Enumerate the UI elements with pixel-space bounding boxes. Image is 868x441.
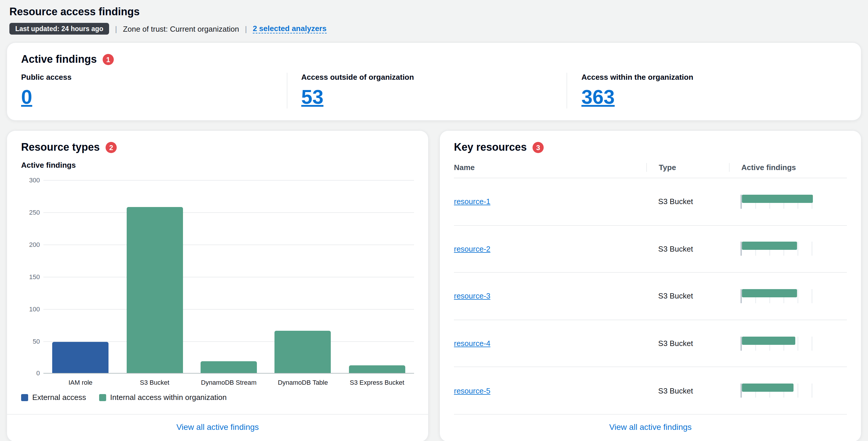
metric-label: Public access	[21, 73, 272, 82]
table-row: resource-3 S3 Bucket	[454, 273, 847, 320]
column-header-type: Type	[647, 163, 729, 172]
metric-label: Access outside of organization	[301, 73, 553, 82]
table-row: resource-2 S3 Bucket	[454, 225, 847, 273]
resource-types-title-row: Resource types 2	[21, 141, 414, 154]
resource-type: S3 Bucket	[647, 386, 729, 395]
active-findings-title: Active findings	[21, 53, 97, 66]
x-axis-label: IAM role	[43, 379, 118, 386]
chart-subtitle: Active findings	[21, 161, 414, 169]
legend-item-external-access: External access	[21, 393, 86, 402]
key-resources-table: Name Type Active findings resource-1 S3 …	[454, 163, 847, 415]
access-outside-org-count-link[interactable]: 53	[301, 85, 323, 108]
selected-analyzers-link[interactable]: 2 selected analyzers	[253, 24, 327, 33]
annotation-badge-3: 3	[532, 142, 544, 153]
resource-access-findings-page: Resource access findings Last updated: 2…	[0, 0, 868, 441]
x-axis-label: DynamoDB Table	[266, 379, 340, 386]
bar-chart-plot: 300 250 200 150 100 50 0	[43, 180, 414, 374]
y-axis-tick: 250	[18, 209, 40, 216]
metric-public-access: Public access 0	[21, 73, 286, 108]
resource-link[interactable]: resource-4	[454, 339, 490, 348]
legend-item-internal-access: Internal access within organization	[99, 393, 227, 402]
header-meta: Last updated: 24 hours ago | Zone of tru…	[9, 23, 859, 35]
chart-legend: External access Internal access within o…	[21, 393, 414, 402]
y-axis-tick: 50	[18, 338, 40, 345]
page-header: Resource access findings Last updated: 2…	[0, 0, 868, 35]
key-resources-title-row: Key resources 3	[454, 141, 847, 154]
active-findings-title-row: Active findings 1	[21, 53, 847, 66]
resource-link[interactable]: resource-5	[454, 386, 490, 395]
metric-access-within-org: Access within the organization 363	[567, 73, 847, 108]
legend-label: Internal access within organization	[110, 393, 227, 402]
table-row: resource-4 S3 Bucket	[454, 320, 847, 368]
active-findings-mini-chart	[741, 289, 812, 303]
metric-access-outside-org: Access outside of organization 53	[286, 73, 566, 108]
table-row: resource-1 S3 Bucket	[454, 178, 847, 225]
table-row: resource-5 S3 Bucket	[454, 368, 847, 415]
access-within-org-count-link[interactable]: 363	[582, 85, 615, 108]
x-axis-labels: IAM role S3 Bucket DynamoDB Stream Dynam…	[43, 374, 414, 386]
resource-types-card: Resource types 2 Active findings 300 250…	[7, 131, 428, 441]
column-header-active-findings: Active findings	[729, 163, 847, 172]
resource-type: S3 Bucket	[647, 197, 729, 206]
resource-types-title: Resource types	[21, 141, 100, 154]
cards-container: Active findings 1 Public access 0 Access…	[0, 35, 868, 441]
x-axis-label: S3 Express Bucket	[340, 379, 414, 386]
bar-dynamodb-table	[275, 331, 331, 373]
bar-iam-role	[52, 342, 108, 373]
active-findings-mini-chart	[741, 195, 812, 209]
table-header-row: Name Type Active findings	[454, 163, 847, 178]
mini-bar	[742, 242, 797, 250]
meta-separator: |	[245, 24, 247, 33]
y-axis-tick: 0	[18, 370, 40, 377]
page-title: Resource access findings	[9, 6, 859, 18]
meta-separator: |	[115, 24, 117, 33]
metric-label: Access within the organization	[582, 73, 833, 82]
view-all-active-findings-link[interactable]: View all active findings	[609, 422, 691, 432]
key-resources-card: Key resources 3 Name Type Active finding…	[440, 131, 861, 441]
key-resources-title: Key resources	[454, 141, 527, 154]
y-axis-tick: 300	[18, 177, 40, 184]
active-findings-mini-chart	[741, 242, 812, 256]
dashboard-columns: Resource types 2 Active findings 300 250…	[7, 131, 861, 441]
bar-dynamodb-stream	[200, 361, 257, 373]
legend-swatch-teal	[99, 394, 106, 401]
resource-link[interactable]: resource-1	[454, 197, 490, 206]
active-findings-mini-chart	[741, 336, 812, 350]
bar-series	[43, 180, 414, 373]
bar-s3-express-bucket	[349, 365, 405, 373]
resource-type: S3 Bucket	[647, 292, 729, 301]
x-axis-label: S3 Bucket	[118, 379, 192, 386]
resource-link[interactable]: resource-3	[454, 292, 490, 301]
resource-types-footer: View all active findings	[7, 414, 428, 433]
view-all-active-findings-link[interactable]: View all active findings	[176, 422, 259, 432]
column-header-name: Name	[454, 163, 647, 172]
resource-type: S3 Bucket	[647, 245, 729, 253]
legend-label: External access	[32, 393, 86, 402]
y-axis-tick: 150	[18, 273, 40, 280]
metrics-row: Public access 0 Access outside of organi…	[21, 73, 847, 108]
bar-s3-bucket	[126, 207, 183, 373]
mini-bar	[742, 383, 794, 392]
resource-link[interactable]: resource-2	[454, 245, 490, 253]
key-resources-footer: View all active findings	[454, 415, 847, 433]
legend-swatch-blue	[21, 394, 28, 401]
last-updated-badge: Last updated: 24 hours ago	[9, 23, 109, 35]
y-axis-tick: 100	[18, 306, 40, 313]
public-access-count-link[interactable]: 0	[21, 85, 32, 108]
resource-type: S3 Bucket	[647, 339, 729, 348]
y-axis-tick: 200	[18, 241, 40, 248]
mini-bar	[742, 289, 797, 297]
mini-bar	[742, 195, 813, 203]
active-findings-card: Active findings 1 Public access 0 Access…	[7, 43, 861, 120]
x-axis-label: DynamoDB Stream	[192, 379, 266, 386]
active-findings-mini-chart	[741, 383, 812, 398]
zone-of-trust-label: Zone of trust: Current organization	[123, 24, 239, 33]
annotation-badge-2: 2	[105, 142, 117, 153]
annotation-badge-1: 1	[103, 54, 114, 65]
mini-bar	[742, 336, 795, 345]
